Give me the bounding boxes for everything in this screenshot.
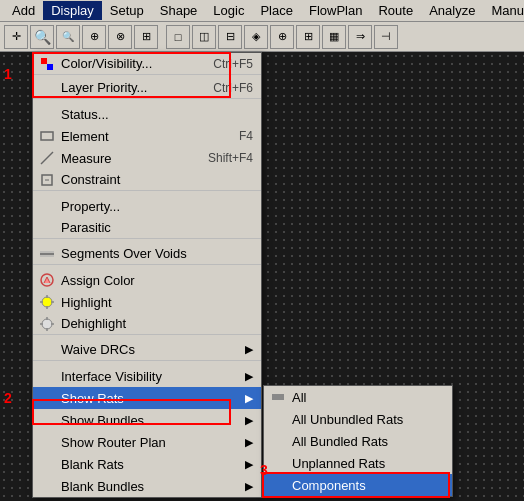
menu-item-dehighlight[interactable]: Dehighlight (33, 313, 261, 335)
constraint-label: Constraint (61, 172, 120, 187)
element-label: Element (61, 129, 109, 144)
tb-btn-4[interactable]: ◈ (244, 25, 268, 49)
constraint-icon (39, 172, 55, 188)
show-bundles-label: Show Bundles (61, 413, 144, 428)
tb-btn-8[interactable]: ⇒ (348, 25, 372, 49)
tb-btn-1[interactable]: □ (166, 25, 190, 49)
highlight-icon (39, 294, 55, 310)
measure-icon (39, 150, 55, 166)
tb-btn-6[interactable]: ⊞ (296, 25, 320, 49)
menu-flowplan[interactable]: FlowPlan (301, 1, 370, 20)
submenu-item-unplanned[interactable]: Unplanned Rats (264, 452, 452, 474)
menu-item-segments-over-voids[interactable]: Segments Over Voids (33, 243, 261, 265)
blank-rats-arrow: ▶ (245, 458, 253, 471)
tb-btn-9[interactable]: ⊣ (374, 25, 398, 49)
menu-item-waive-drcs[interactable]: Waive DRCs ▶ (33, 339, 261, 361)
measure-label: Measure (61, 151, 112, 166)
dehighlight-icon (39, 316, 55, 332)
show-bundles-arrow: ▶ (245, 414, 253, 427)
zoom-area-btn[interactable]: ⊞ (134, 25, 158, 49)
waive-drcs-label: Waive DRCs (61, 342, 135, 357)
menu-item-show-router-plan[interactable]: Show Router Plan ▶ (33, 431, 261, 453)
menu-place[interactable]: Place (252, 1, 301, 20)
menu-item-show-rats[interactable]: Show Rats ▶ All All Unbundled Rats All B… (33, 387, 261, 409)
menu-display[interactable]: Display (43, 1, 102, 20)
display-menu: Color/Visibility... Ctrl+F5 Layer Priori… (32, 52, 262, 498)
tb-btn-2[interactable]: ◫ (192, 25, 216, 49)
submenu-item-all-bundled[interactable]: All Bundled Rats (264, 430, 452, 452)
components-label: Components (292, 478, 366, 493)
svg-point-9 (42, 297, 52, 307)
badge-1: 1 (4, 66, 12, 82)
menu-shape[interactable]: Shape (152, 1, 206, 20)
menu-setup[interactable]: Setup (102, 1, 152, 20)
zoom-sel-icon: ⊗ (116, 30, 125, 43)
menu-manufa[interactable]: Manufa... (483, 1, 524, 20)
all-label: All (292, 390, 306, 405)
zoom-sel-btn[interactable]: ⊗ (108, 25, 132, 49)
menu-item-color-visibility[interactable]: Color/Visibility... Ctrl+F5 (33, 53, 261, 75)
menu-item-measure[interactable]: Measure Shift+F4 (33, 147, 261, 169)
layer-priority-label: Layer Priority... (61, 80, 147, 95)
menu-item-constraint[interactable]: Constraint (33, 169, 261, 191)
svg-line-3 (41, 152, 53, 164)
show-rats-label: Show Rats (61, 391, 124, 406)
unplanned-label: Unplanned Rats (292, 456, 385, 471)
assign-color-label: Assign Color (61, 273, 135, 288)
parasitic-label: Parasitic (61, 220, 111, 235)
menu-add[interactable]: Add (4, 1, 43, 20)
move-icon: ✛ (12, 30, 21, 43)
highlight-label: Highlight (61, 295, 112, 310)
menu-item-property[interactable]: Property... (33, 195, 261, 217)
move-tool-btn[interactable]: ✛ (4, 25, 28, 49)
zoom-out-icon: 🔍 (62, 31, 74, 42)
menu-item-layer-priority[interactable]: Layer Priority... Ctrl+F6 (33, 77, 261, 99)
show-rats-submenu: All All Unbundled Rats All Bundled Rats … (263, 385, 453, 497)
svg-rect-19 (272, 394, 284, 400)
color-visibility-icon (39, 56, 55, 72)
submenu-item-all[interactable]: All (264, 386, 452, 408)
menu-item-status[interactable]: Status... (33, 103, 261, 125)
zoom-out-btn[interactable]: 🔍 (56, 25, 80, 49)
blank-bundles-arrow: ▶ (245, 480, 253, 493)
menu-route[interactable]: Route (370, 1, 421, 20)
property-label: Property... (61, 199, 120, 214)
all-unbundled-label: All Unbundled Rats (292, 412, 403, 427)
element-icon (39, 128, 55, 144)
zoom-in-btn[interactable]: 🔍 (30, 25, 54, 49)
badge-3: 3 (260, 462, 268, 478)
zoom-in-icon: 🔍 (34, 29, 51, 45)
menu-item-interface-visibility[interactable]: Interface Visibility ▶ (33, 365, 261, 387)
tb-btn-3[interactable]: ⊟ (218, 25, 242, 49)
menu-analyze[interactable]: Analyze (421, 1, 483, 20)
svg-rect-0 (41, 58, 47, 64)
menu-item-assign-color[interactable]: Assign Color (33, 269, 261, 291)
menubar: Add Display Setup Shape Logic Place Flow… (0, 0, 524, 22)
menu-item-parasitic[interactable]: Parasitic (33, 217, 261, 239)
menu-item-highlight[interactable]: Highlight (33, 291, 261, 313)
svg-rect-2 (41, 132, 53, 140)
interface-visibility-arrow: ▶ (245, 370, 253, 383)
zoom-fit-btn[interactable]: ⊕ (82, 25, 106, 49)
badge-2: 2 (4, 390, 12, 406)
assign-color-icon (39, 272, 55, 288)
submenu-item-all-unbundled[interactable]: All Unbundled Rats (264, 408, 452, 430)
tb-btn-5[interactable]: ⊕ (270, 25, 294, 49)
svg-point-14 (42, 319, 52, 329)
menu-item-blank-bundles[interactable]: Blank Bundles ▶ (33, 475, 261, 497)
tb-btn-7[interactable]: ▦ (322, 25, 346, 49)
submenu-item-components[interactable]: Components (264, 474, 452, 496)
waive-drcs-arrow: ▶ (245, 343, 253, 356)
menu-item-blank-rats[interactable]: Blank Rats ▶ (33, 453, 261, 475)
menu-logic[interactable]: Logic (205, 1, 252, 20)
menu-item-show-bundles[interactable]: Show Bundles ▶ (33, 409, 261, 431)
status-label: Status... (61, 107, 109, 122)
segments-label: Segments Over Voids (61, 246, 187, 261)
measure-shortcut: Shift+F4 (208, 151, 253, 165)
toolbar: ✛ 🔍 🔍 ⊕ ⊗ ⊞ □ ◫ ⊟ ◈ ⊕ ⊞ ▦ ⇒ ⊣ (0, 22, 524, 52)
main-content: Color/Visibility... Ctrl+F5 Layer Priori… (0, 52, 524, 501)
all-icon (270, 389, 286, 405)
interface-visibility-label: Interface Visibility (61, 369, 162, 384)
menu-item-element[interactable]: Element F4 (33, 125, 261, 147)
blank-bundles-label: Blank Bundles (61, 479, 144, 494)
